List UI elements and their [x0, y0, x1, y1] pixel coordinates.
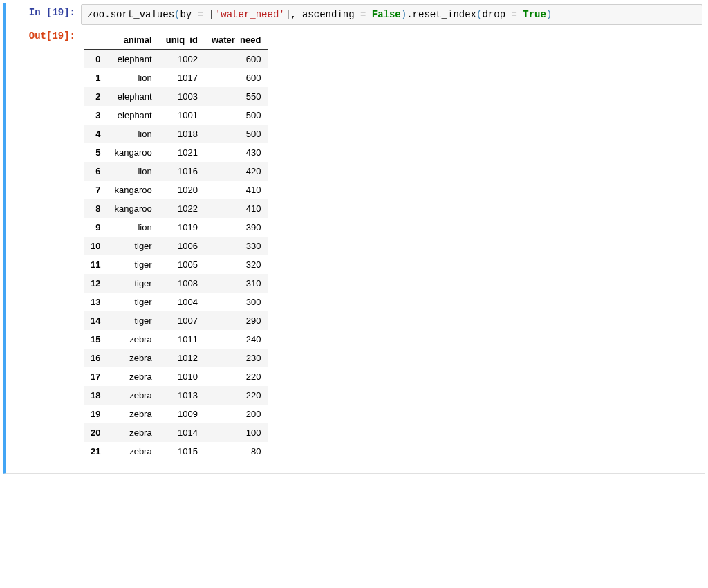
- table-row: 11tiger1005320: [84, 255, 268, 274]
- cell-uniq_id: 1011: [159, 330, 205, 349]
- cell-uniq_id: 1009: [159, 405, 205, 423]
- row-index: 8: [84, 199, 107, 218]
- out-prompt-label: Out[19]:: [29, 30, 75, 42]
- output-row: Out[19]: animal uniq_id water_need 0elep…: [6, 26, 705, 473]
- cell-animal: lion: [107, 68, 158, 87]
- cell-uniq_id: 1007: [159, 311, 205, 330]
- header-row: animal uniq_id water_need: [84, 30, 268, 50]
- cell-water_need: 600: [205, 50, 268, 69]
- table-row: 7kangaroo1020410: [84, 181, 268, 199]
- cell-water_need: 500: [205, 106, 268, 125]
- cell-animal: elephant: [107, 50, 158, 69]
- cell-water_need: 220: [205, 367, 268, 386]
- table-row: 10tiger1006330: [84, 237, 268, 255]
- table-row: 16zebra1012230: [84, 349, 268, 367]
- row-index: 12: [84, 274, 107, 293]
- row-index: 0: [84, 50, 107, 69]
- cell-uniq_id: 1002: [159, 50, 205, 69]
- row-index: 21: [84, 442, 107, 461]
- cell-animal: zebra: [107, 330, 158, 349]
- cell-water_need: 220: [205, 386, 268, 405]
- cell-water_need: 500: [205, 125, 268, 143]
- cell-animal: kangaroo: [107, 181, 158, 199]
- col-header-uniq-id: uniq_id: [159, 30, 205, 50]
- code-text: zoo.sort_values(by = ['water_need'], asc…: [87, 9, 552, 20]
- code-input[interactable]: zoo.sort_values(by = ['water_need'], asc…: [81, 4, 702, 25]
- cell-animal: kangaroo: [107, 143, 158, 162]
- table-row: 18zebra1013220: [84, 386, 268, 405]
- cell-water_need: 230: [205, 349, 268, 367]
- cell-animal: tiger: [107, 274, 158, 293]
- in-prompt: In [19]:: [6, 3, 78, 22]
- cell-uniq_id: 1015: [159, 442, 205, 461]
- cell-uniq_id: 1013: [159, 386, 205, 405]
- table-row: 20zebra1014100: [84, 423, 268, 442]
- row-index: 20: [84, 423, 107, 442]
- row-index: 6: [84, 162, 107, 181]
- cell-uniq_id: 1017: [159, 68, 205, 87]
- row-index: 10: [84, 237, 107, 255]
- cell-water_need: 300: [205, 293, 268, 311]
- cell-uniq_id: 1020: [159, 181, 205, 199]
- cell-water_need: 290: [205, 311, 268, 330]
- cell-animal: zebra: [107, 405, 158, 423]
- table-row: 2elephant1003550: [84, 87, 268, 106]
- row-index: 15: [84, 330, 107, 349]
- dataframe-table: animal uniq_id water_need 0elephant10026…: [84, 30, 268, 461]
- cell-water_need: 310: [205, 274, 268, 293]
- cell-animal: lion: [107, 218, 158, 237]
- cell-animal: lion: [107, 125, 158, 143]
- cell-water_need: 80: [205, 442, 268, 461]
- col-header-water-need: water_need: [205, 30, 268, 50]
- row-index: 19: [84, 405, 107, 423]
- cell-uniq_id: 1018: [159, 125, 205, 143]
- cell-water_need: 200: [205, 405, 268, 423]
- table-row: 15zebra1011240: [84, 330, 268, 349]
- cell-uniq_id: 1004: [159, 293, 205, 311]
- cell-animal: tiger: [107, 311, 158, 330]
- table-row: 13tiger1004300: [84, 293, 268, 311]
- cell-uniq_id: 1001: [159, 106, 205, 125]
- cell-animal: tiger: [107, 255, 158, 274]
- cell-water_need: 550: [205, 87, 268, 106]
- input-row: In [19]: zoo.sort_values(by = ['water_ne…: [6, 3, 705, 26]
- cell-uniq_id: 1003: [159, 87, 205, 106]
- table-row: 0elephant1002600: [84, 50, 268, 69]
- table-row: 5kangaroo1021430: [84, 143, 268, 162]
- row-index: 7: [84, 181, 107, 199]
- row-index: 1: [84, 68, 107, 87]
- cell-water_need: 600: [205, 68, 268, 87]
- row-index: 3: [84, 106, 107, 125]
- cell-uniq_id: 1010: [159, 367, 205, 386]
- cell-uniq_id: 1008: [159, 274, 205, 293]
- table-row: 14tiger1007290: [84, 311, 268, 330]
- out-prompt: Out[19]:: [6, 26, 78, 46]
- row-index: 14: [84, 311, 107, 330]
- cell-animal: elephant: [107, 87, 158, 106]
- row-index: 4: [84, 125, 107, 143]
- cell-animal: elephant: [107, 106, 158, 125]
- cell-animal: zebra: [107, 349, 158, 367]
- row-index: 18: [84, 386, 107, 405]
- row-index: 5: [84, 143, 107, 162]
- cell-uniq_id: 1022: [159, 199, 205, 218]
- cell-animal: zebra: [107, 423, 158, 442]
- cell-uniq_id: 1014: [159, 423, 205, 442]
- table-row: 3elephant1001500: [84, 106, 268, 125]
- row-index: 2: [84, 87, 107, 106]
- cell-water_need: 420: [205, 162, 268, 181]
- table-row: 17zebra1010220: [84, 367, 268, 386]
- table-row: 1lion1017600: [84, 68, 268, 87]
- table-row: 21zebra101580: [84, 442, 268, 461]
- table-row: 19zebra1009200: [84, 405, 268, 423]
- row-index: 13: [84, 293, 107, 311]
- row-index: 11: [84, 255, 107, 274]
- cell-uniq_id: 1019: [159, 218, 205, 237]
- cell-water_need: 320: [205, 255, 268, 274]
- cell-animal: tiger: [107, 237, 158, 255]
- table-row: 12tiger1008310: [84, 274, 268, 293]
- table-row: 8kangaroo1022410: [84, 199, 268, 218]
- notebook-cell: In [19]: zoo.sort_values(by = ['water_ne…: [3, 3, 705, 474]
- cell-animal: zebra: [107, 367, 158, 386]
- cell-water_need: 100: [205, 423, 268, 442]
